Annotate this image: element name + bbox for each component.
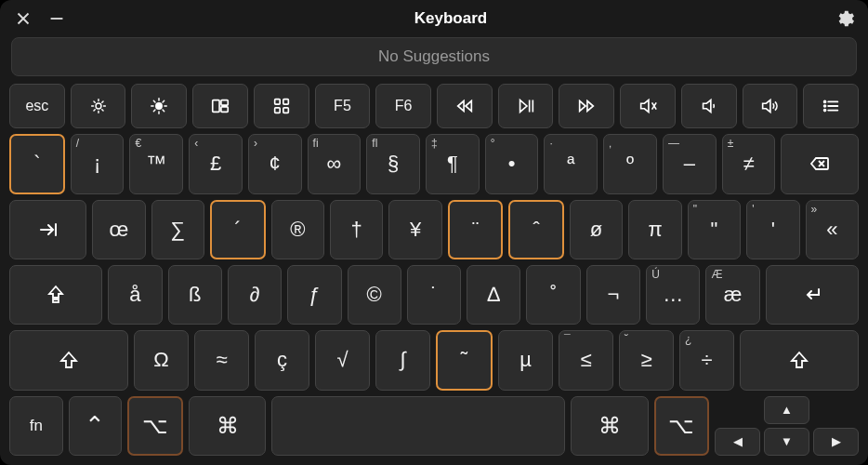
key-backslash[interactable]: »« — [806, 200, 859, 259]
key-arrow-down[interactable]: ▼ — [764, 428, 809, 456]
key-q[interactable]: œ — [92, 200, 145, 259]
row-3: å ß ∂ ƒ © ˙ ∆ ˚ ¬ Ú… Ææ — [9, 265, 859, 325]
key-return[interactable] — [766, 265, 859, 325]
key-space[interactable] — [271, 396, 565, 456]
key-r[interactable]: ® — [271, 200, 324, 259]
svg-rect-7 — [274, 108, 280, 113]
key-shift-right[interactable] — [740, 330, 859, 390]
key-1[interactable]: /¡ — [71, 134, 125, 193]
key-o[interactable]: ø — [570, 200, 623, 259]
key-caps-lock[interactable] — [9, 265, 102, 325]
key-8[interactable]: °• — [485, 134, 539, 193]
key-t[interactable]: † — [330, 200, 383, 259]
arrow-cluster: ▲ ◀ ▼ ▶ — [715, 396, 859, 456]
key-5[interactable]: fi∞ — [308, 134, 362, 193]
key-y[interactable]: ¥ — [388, 200, 441, 259]
key-bracket-right[interactable]: '' — [746, 200, 799, 259]
key-z[interactable]: Ω — [134, 330, 189, 390]
key-brightness-down[interactable] — [71, 84, 126, 128]
key-4[interactable]: ›¢ — [248, 134, 302, 193]
key-v[interactable]: √ — [315, 330, 370, 390]
key-comma[interactable]: ¯≤ — [559, 330, 613, 390]
key-d[interactable]: ∂ — [228, 265, 282, 325]
key-launchpad[interactable] — [254, 84, 309, 128]
fn-row: esc F5 F6 — [9, 84, 859, 128]
key-minus[interactable]: —– — [663, 134, 717, 193]
key-2[interactable]: €™ — [129, 134, 183, 193]
key-g[interactable]: © — [348, 265, 401, 325]
keyboard-viewer-window: Keyboard No Suggestions esc F5 F6 — [0, 0, 868, 465]
key-mission-control[interactable] — [192, 84, 248, 128]
key-h[interactable]: ˙ — [407, 265, 461, 325]
key-j[interactable]: ∆ — [467, 265, 520, 325]
key-a[interactable]: å — [108, 265, 162, 325]
key-i[interactable]: ˆ — [508, 200, 563, 259]
key-rewind[interactable] — [437, 84, 493, 128]
key-command-left[interactable]: ⌘ — [189, 396, 266, 456]
key-delete[interactable] — [781, 134, 859, 193]
key-command-right[interactable]: ⌘ — [571, 396, 648, 456]
row-2: œ ∑ ´ ® † ¥ ¨ ˆ ø π "" '' »« — [9, 200, 859, 259]
svg-point-1 — [156, 103, 162, 109]
gear-icon[interactable] — [835, 8, 855, 29]
key-esc[interactable]: esc — [9, 84, 65, 128]
svg-rect-12 — [53, 299, 59, 302]
minimize-icon[interactable] — [46, 8, 67, 29]
key-f[interactable]: ƒ — [287, 265, 341, 325]
svg-rect-8 — [283, 108, 289, 113]
svg-point-11 — [824, 110, 826, 112]
key-mute[interactable] — [620, 84, 676, 128]
key-6[interactable]: fl§ — [366, 134, 420, 193]
key-shift-left[interactable] — [9, 330, 128, 390]
key-m[interactable]: µ — [498, 330, 553, 390]
key-b[interactable]: ∫ — [375, 330, 430, 390]
row-5: fn ⌃ ⌥ ⌘ ⌘ ⌥ ▲ ◀ ▼ ▶ — [9, 396, 859, 456]
key-bracket-left[interactable]: "" — [688, 200, 741, 259]
key-p[interactable]: π — [628, 200, 681, 259]
svg-rect-6 — [283, 100, 289, 105]
key-f6[interactable]: F6 — [375, 84, 431, 128]
key-l[interactable]: ¬ — [586, 265, 640, 325]
key-c[interactable]: ç — [255, 330, 309, 390]
key-equals[interactable]: ±≠ — [722, 134, 776, 193]
key-quote[interactable]: Ææ — [705, 265, 759, 325]
key-9[interactable]: ·ª — [544, 134, 598, 193]
key-n[interactable]: ˜ — [436, 330, 493, 390]
key-control[interactable]: ⌃ — [69, 396, 123, 456]
key-option-left[interactable]: ⌥ — [127, 396, 183, 456]
key-u[interactable]: ¨ — [448, 200, 503, 259]
row-1: ` /¡ €™ ‹£ ›¢ fi∞ fl§ ‡¶ °• ·ª ‚º —– ±≠ — [9, 134, 859, 193]
key-tab[interactable] — [9, 200, 86, 259]
svg-rect-3 — [221, 100, 228, 106]
window-title: Keyboard — [414, 9, 487, 28]
key-fast-forward[interactable] — [559, 84, 614, 128]
key-play-pause[interactable] — [498, 84, 554, 128]
svg-point-10 — [824, 105, 826, 107]
key-arrow-right[interactable]: ▶ — [813, 428, 859, 456]
suggestions-text: No Suggestions — [378, 47, 490, 66]
key-k[interactable]: ˚ — [526, 265, 580, 325]
key-x[interactable]: ≈ — [194, 330, 249, 390]
key-arrow-left[interactable]: ◀ — [715, 428, 760, 456]
svg-point-0 — [96, 103, 101, 109]
key-slash[interactable]: ¿÷ — [679, 330, 734, 390]
key-backtick[interactable]: ` — [9, 134, 65, 193]
key-arrow-up[interactable]: ▲ — [764, 396, 809, 424]
key-w[interactable]: ∑ — [151, 200, 204, 259]
key-e[interactable]: ´ — [210, 200, 265, 259]
key-fn[interactable]: fn — [9, 396, 63, 456]
key-option-right[interactable]: ⌥ — [654, 396, 710, 456]
key-period[interactable]: ˘≥ — [619, 330, 674, 390]
key-f5[interactable]: F5 — [315, 84, 371, 128]
svg-rect-5 — [274, 100, 280, 105]
key-7[interactable]: ‡¶ — [426, 134, 480, 193]
key-brightness-up[interactable] — [131, 84, 187, 128]
key-list-icon[interactable] — [803, 84, 859, 128]
key-semicolon[interactable]: Ú… — [646, 265, 700, 325]
key-volume-up[interactable] — [743, 84, 798, 128]
close-icon[interactable] — [13, 8, 33, 29]
key-0[interactable]: ‚º — [603, 134, 657, 193]
key-s[interactable]: ß — [168, 265, 222, 325]
key-volume-down[interactable] — [681, 84, 737, 128]
key-3[interactable]: ‹£ — [189, 134, 243, 193]
